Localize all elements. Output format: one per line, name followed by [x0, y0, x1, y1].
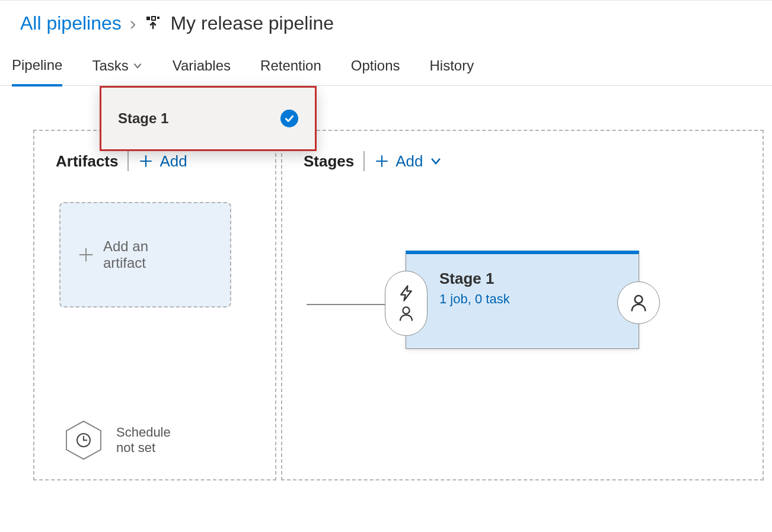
tasks-dropdown-label: Stage 1 [118, 110, 168, 127]
schedule-trigger[interactable]: Schedule not set [65, 420, 187, 460]
tab-pipeline[interactable]: Pipeline [12, 51, 62, 86]
artifacts-column: Artifacts Add Add an artifact [33, 130, 276, 480]
plus-icon [374, 153, 390, 169]
svg-rect-0 [146, 17, 150, 20]
chevron-down-icon [132, 60, 143, 71]
lightning-icon [397, 284, 415, 302]
breadcrumb: All pipelines › My release pipeline [0, 0, 772, 45]
add-stage-label: Add [395, 152, 423, 171]
tab-bar: Pipeline Tasks Variables Retention Optio… [0, 45, 772, 86]
pipeline-canvas: Stage 1 Artifacts Add Add an artifact [20, 86, 752, 501]
chevron-down-icon [429, 155, 442, 168]
breadcrumb-all-pipelines[interactable]: All pipelines [20, 12, 122, 34]
tab-options[interactable]: Options [351, 51, 400, 85]
tab-retention[interactable]: Retention [260, 51, 321, 85]
svg-rect-2 [157, 17, 159, 19]
add-artifact-label: Add [159, 152, 187, 171]
tab-history[interactable]: History [430, 51, 474, 85]
stage-card[interactable]: Stage 1 1 job, 0 task [406, 251, 639, 349]
release-pipeline-icon [144, 15, 162, 33]
stages-column: Stages Add Stage 1 1 job, 0 task [281, 130, 764, 480]
person-icon [397, 305, 415, 322]
add-artifact-button[interactable]: Add [138, 152, 187, 171]
plus-icon [138, 153, 154, 169]
tasks-dropdown-item-stage-1[interactable]: Stage 1 [100, 86, 317, 151]
tab-tasks[interactable]: Tasks [92, 51, 142, 85]
add-artifact-placeholder[interactable]: Add an artifact [59, 202, 231, 307]
plus-icon [77, 246, 95, 264]
divider [127, 151, 129, 171]
clock-hexagon-icon [65, 420, 102, 460]
svg-point-5 [403, 307, 409, 313]
stage-tasks-link[interactable]: 1 job, 0 task [439, 291, 621, 307]
tab-tasks-label: Tasks [92, 57, 128, 74]
stages-title: Stages [304, 152, 354, 171]
page-title: My release pipeline [170, 12, 334, 34]
stage-pre-conditions[interactable] [385, 271, 428, 336]
check-circle-icon [280, 110, 298, 127]
artifacts-title: Artifacts [56, 152, 118, 171]
svg-point-6 [635, 296, 643, 303]
tab-variables[interactable]: Variables [173, 51, 231, 85]
person-icon [629, 293, 649, 313]
stage-name: Stage 1 [439, 270, 621, 288]
add-stage-button[interactable]: Add [374, 152, 442, 171]
divider [363, 151, 365, 171]
stage-post-conditions[interactable] [617, 281, 660, 324]
add-artifact-placeholder-label: Add an artifact [103, 238, 192, 271]
schedule-label: Schedule not set [116, 425, 187, 456]
svg-rect-1 [152, 17, 155, 20]
breadcrumb-separator-icon: › [130, 12, 136, 34]
